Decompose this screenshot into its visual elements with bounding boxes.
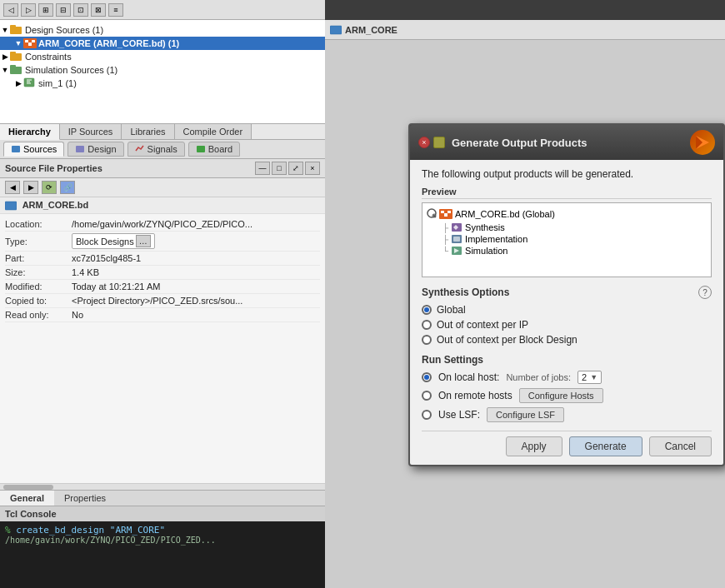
refresh-btn[interactable]: ⟳ [42,181,57,194]
prop-value-part: xc7z015clg485-1 [72,253,320,263]
tcl-console[interactable]: % create_bd_design "ARM_CORE" /home/gavi… [0,521,325,588]
subtab-signals[interactable]: Signals [128,142,185,157]
tcl-line-1: % create_bd_design "ARM_CORE" [5,525,320,536]
restore-btn[interactable]: □ [272,162,287,175]
tree-expander-sim[interactable]: ▼ [0,65,10,75]
sim1-icon [23,77,37,89]
run-settings-title: Run Settings [422,354,712,366]
preview-item-synthesis: ├ Synthesis [426,222,708,233]
radio-ooc-ip-input[interactable] [422,320,432,330]
run-lsf-label: Use LSF: [438,409,480,421]
toolbar-btn-2[interactable]: ▷ [21,3,36,17]
synth-help-icon[interactable]: ? [698,286,712,299]
minimize-btn[interactable]: — [255,162,270,175]
run-remote-label: On remote hosts [438,390,512,401]
dialog-close-btn[interactable]: × [418,137,430,148]
folder-icon-sim [10,64,23,76]
run-local-label: On local host: [438,371,499,383]
radio-ooc-ip-label: Out of context per IP [437,319,528,331]
svg-rect-4 [32,40,35,42]
tab-compile-order[interactable]: Compile Order [175,124,252,139]
subtab-sources[interactable]: Sources [3,142,64,157]
prop-value-location: /home/gavin/work/ZYNQ/PICO_ZED/PICO... [72,219,320,229]
close-btn-prop[interactable]: × [305,162,320,175]
tree-item-sim1[interactable]: ▶ sim_1 (1) [0,77,325,90]
radio-remote-input[interactable] [422,391,432,401]
tabs-section: Hierarchy IP Sources Libraries Compile O… [0,124,325,159]
tree-item-sim-sources[interactable]: ▼ Simulation Sources (1) [0,63,325,77]
filename-row: ARM_CORE.bd [0,197,325,214]
tree-expander-sim1[interactable]: ▶ [13,78,23,88]
synthesis-options-section: Synthesis Options ? Global Out of contex… [422,286,712,346]
prop-value-type: Block Designs … [72,233,320,249]
tab-libraries[interactable]: Libraries [122,124,174,139]
preview-simulation-label: Simulation [465,246,508,256]
type-box[interactable]: Block Designs … [72,233,155,249]
dialog-subtitle: The following output products will be ge… [422,168,712,180]
tab-hierarchy[interactable]: Hierarchy [0,124,60,140]
tree-label: Design Sources (1) [25,25,103,35]
tree-item-constraints[interactable]: ▶ Constraints [0,50,325,63]
prop-key-modified: Modified: [5,282,72,292]
toolbar-btn-6[interactable]: ⊠ [91,3,106,17]
toolbar-btn-1[interactable]: ◁ [3,3,18,17]
bottom-tab-properties[interactable]: Properties [54,491,116,506]
radio-lsf-input[interactable] [422,410,432,420]
prop-row-copied: Copied to: <Project Directory>/PICO_ZED.… [5,294,320,308]
bottom-tab-general[interactable]: General [0,491,54,506]
type-dropdown-btn[interactable]: … [136,235,151,247]
tree-expander-arm[interactable]: ▼ [13,38,23,48]
props-scrollbar[interactable] [0,483,325,490]
cancel-btn[interactable]: Cancel [649,436,712,456]
subtab-board[interactable]: Board [188,142,240,157]
maximize-btn[interactable]: ⤢ [288,162,303,175]
subtab-design[interactable]: Design [68,142,123,157]
svg-rect-11 [12,146,20,152]
radio-global-input[interactable] [422,305,432,315]
preview-root-label: ARM_CORE.bd (Global) [455,209,555,219]
svg-rect-3 [25,40,28,42]
toolbar-btn-4[interactable]: ⊟ [56,3,71,17]
dialog-min-btn[interactable] [433,137,445,148]
tab-ip-sources[interactable]: IP Sources [60,124,122,139]
tree-expander[interactable]: ▼ [0,25,10,35]
folder-icon [10,24,23,36]
toolbar-btn-5[interactable]: ⊡ [73,3,88,17]
svg-rect-9 [10,65,16,68]
link-btn[interactable]: 🔗 [60,181,75,194]
tree-item-arm-core[interactable]: ▼ ARM_CORE (ARM_CORE.bd) (1) [0,37,325,50]
run-remote-row: On remote hosts Configure Hosts [422,388,712,403]
bottom-tabs: General Properties [0,490,325,506]
svg-rect-5 [28,42,32,46]
svg-rect-14 [5,202,17,210]
prop-key-size: Size: [5,267,72,277]
sim1-label: sim_1 (1) [38,78,77,88]
nav-fwd-btn[interactable]: ▶ [23,181,38,194]
prop-key-type: Type: [5,237,72,247]
apply-btn[interactable]: Apply [506,436,562,456]
prop-row-part: Part: xc7z015clg485-1 [5,252,320,266]
tree-expander-const[interactable]: ▶ [0,52,10,62]
radio-global: Global [422,304,712,316]
constraints-label: Constraints [25,52,72,62]
left-panel: ◁ ▷ ⊞ ⊟ ⊡ ⊠ ≡ ▼ Design Sources (1) ▼ [0,0,325,588]
radio-ooc-bd-label: Out of context per Block Design [437,334,578,346]
props-table: Location: /home/gavin/work/ZYNQ/PICO_ZED… [0,214,325,483]
right-title-tab: ARM_CORE [330,25,398,35]
prop-row-readonly: Read only: No [5,308,320,322]
nav-back-btn[interactable]: ◀ [5,181,20,194]
jobs-select[interactable]: 2 ▼ [578,371,602,384]
toolbar-btn-7[interactable]: ≡ [108,3,123,17]
configure-hosts-btn[interactable]: Configure Hosts [519,388,603,403]
radio-local-input[interactable] [422,372,432,382]
prop-row-modified: Modified: Today at 10:21:21 AM [5,280,320,294]
configure-lsf-btn[interactable]: Configure LSF [487,407,564,422]
generate-btn[interactable]: Generate [569,436,642,456]
radio-ooc-bd-input[interactable] [422,335,432,345]
jobs-value: 2 [582,372,587,382]
radio-ooc-ip: Out of context per IP [422,319,712,331]
tree-item-design-sources[interactable]: ▼ Design Sources (1) [0,23,325,37]
toolbar-btn-3[interactable]: ⊞ [38,3,53,17]
left-toolbar: ◁ ▷ ⊞ ⊟ ⊡ ⊠ ≡ [0,0,325,20]
main-tab-row: Hierarchy IP Sources Libraries Compile O… [0,124,325,140]
